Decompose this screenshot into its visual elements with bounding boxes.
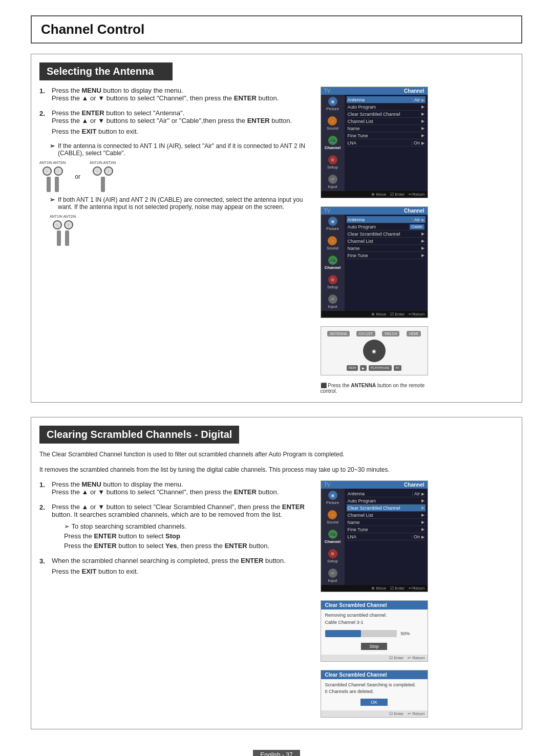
tv-menu-3-title: TV Channel	[321, 481, 428, 489]
picture2-icon: ▣	[328, 217, 337, 226]
popup1-footer-return: ↩ Return	[408, 656, 424, 660]
section1-col-right: TV Channel ▣ Picture ♪ Sound 📺	[321, 87, 514, 394]
step2-row: 2. Press the ENTER button to select "Ant…	[39, 109, 310, 135]
popup1-progress-bar	[325, 630, 361, 637]
ant-cables1	[47, 177, 59, 192]
sidebar2-sound: ♪ Sound	[327, 236, 338, 250]
step2-line1: Press the ENTER button to select "Antenn…	[52, 109, 310, 117]
channel3-icon: 📺	[328, 530, 337, 539]
popup2-ok-btn[interactable]: OK	[360, 699, 388, 706]
popup1-box: Clear Scrambled Channel Removing scrambl…	[321, 600, 428, 662]
popup1-progress-row: 50%	[325, 628, 423, 639]
s2-step2-line1: Press the ▲ or ▼ button to select "Clear…	[52, 503, 310, 518]
s2-yes-bold: Yes	[165, 542, 177, 550]
section2-heading: Clearing Scrambled Channels - Digital	[39, 426, 239, 444]
ant-label-top2: ANT1IN ANT2IN	[90, 161, 116, 164]
sidebar3-input: ⏎ Input	[328, 569, 337, 583]
input3-icon: ⏎	[328, 569, 337, 578]
ant-port1a: ○	[42, 166, 52, 176]
section2-col-left: 1. Press the MENU button to display the …	[39, 480, 310, 721]
sidebar3-sound: ♪ Sound	[327, 510, 338, 524]
note2-arrow: ➢	[50, 196, 55, 211]
menu1-autoprog-row: Auto Program▶	[347, 103, 426, 111]
section1-heading: Selecting the Antenna	[39, 62, 173, 80]
ant-cable1b	[55, 177, 59, 192]
menu1-channellist-row: Channel List▶	[347, 118, 426, 125]
menu2-channellist-row: Channel List▶	[347, 238, 426, 245]
play-btn: ▶	[360, 365, 367, 371]
s2-step1-num: 1.	[39, 481, 49, 489]
s2-note-stop1: Press the ENTER button to select Stop	[64, 532, 310, 540]
playpause-btn: PLAY/PAUSE	[369, 365, 391, 371]
menu3-channellist-row: Channel List▶	[347, 512, 426, 519]
ant-ports-both: ○ ○	[53, 220, 73, 229]
section1-header-row: Selecting the Antenna	[39, 62, 514, 80]
popup2-footer-enter: ☑ Enter	[389, 711, 403, 716]
favch-btn: FAV.CH	[382, 331, 399, 337]
ant-port-both-b: ○	[64, 220, 73, 229]
section2-col-right: TV Channel ▣ Picture ♪ Sound 📺	[321, 480, 514, 721]
remote-caption-icon: ⬛	[321, 383, 327, 388]
ant-ports2: ○ ○	[93, 166, 113, 176]
menu1-name-row: Name▶	[347, 125, 426, 132]
setup2-icon: ⚙	[328, 275, 337, 284]
s2-exit-bold: EXIT	[82, 568, 97, 575]
page-title: Channel Control	[41, 22, 512, 37]
note1-arrow: ➢	[50, 142, 55, 157]
popup1-stop-btn[interactable]: Stop	[361, 643, 387, 650]
rew-btn: REW	[347, 365, 358, 371]
sound2-icon: ♪	[328, 236, 337, 245]
remote-dpad: ◉	[356, 340, 392, 362]
chlist-btn: CH LIST	[356, 331, 375, 337]
note1: ➢ If the antenna is connected to ANT 1 I…	[50, 142, 310, 157]
main-title-box: Channel Control	[31, 15, 522, 44]
s2-note-stop: ➢ To stop searching scrambled channels.	[64, 522, 310, 530]
remote-mid-row: ◉	[325, 340, 423, 362]
cable-badge: Cable	[410, 224, 424, 229]
ant-port2b: ○	[104, 166, 113, 176]
ant-connector-2: ANT1IN ANT2IN ○ ○	[90, 161, 116, 192]
ant-label-top1: ANT1IN ANT2IN	[39, 161, 66, 164]
section2-border: Clearing Scrambled Channels - Digital Th…	[31, 417, 522, 729]
popup1-stop-btn-wrapper: Stop	[325, 641, 423, 652]
page-footer-badge: English - 37	[253, 750, 300, 756]
step2-exit-bold: EXIT	[82, 128, 97, 135]
ant-port1b: ○	[54, 166, 63, 176]
ant-cables-both	[57, 230, 69, 246]
menu2-name-row: Name▶	[347, 245, 426, 252]
ant-cable2a	[101, 177, 105, 192]
ant-connector-1: ANT1IN ANT2IN ○ ○	[39, 161, 66, 192]
footer2-return: ↩Return	[409, 312, 424, 317]
s2-enter-bold5: ENTER	[225, 542, 247, 550]
menu1-lna-row: LNA: On ▶	[347, 139, 426, 146]
popup2-footer-return: ↩ Return	[408, 711, 424, 716]
picture3-icon: ▣	[328, 491, 337, 500]
remote-transport: REW ▶ PLAY/PAUSE FF	[325, 365, 423, 371]
sidebar3-channel: 📺 Channel	[325, 530, 341, 544]
sidebar2-channel: 📺 Channel	[325, 256, 341, 270]
tv-menu-2: TV Channel ▣ Picture ♪ Sound 📺	[321, 206, 428, 318]
picture-icon: ▣	[328, 97, 337, 106]
intro2: It removes the scrambled channels from t…	[39, 465, 514, 474]
menu2-autoprog-row: Auto Program Cable	[347, 223, 426, 230]
s2-enter-bold3: ENTER	[94, 532, 117, 540]
s2-note-stop2: Press the ENTER button to select Yes, th…	[64, 542, 310, 550]
tv-menu-3-content: Antenna: Air ▶ Auto Program▶ Clear Scram…	[345, 489, 428, 585]
popup2-ok-btn-wrapper: OK	[325, 697, 423, 707]
step1-text: Press the MENU button to display the men…	[52, 87, 310, 102]
tv-menu-2-footer: ⊕ Move ☑ Enter ↩Return	[321, 311, 428, 318]
ant-cable-both-b	[65, 230, 69, 246]
popup2-box: Clear Scrambled Channel Scrambled Channe…	[321, 670, 428, 718]
footer-enter: ☑ Enter	[390, 192, 405, 197]
menu1-finetune-row: Fine Tune▶	[347, 132, 426, 139]
remote-top-row: ANTENNA CH LIST FAV.CH HDMI	[325, 331, 423, 337]
s2-enter-bold4: ENTER	[94, 542, 117, 550]
step2-enter-bold2: ENTER	[247, 117, 270, 124]
section2-header-row: Clearing Scrambled Channels - Digital	[39, 426, 514, 444]
s2-step3-line2: Press the EXIT button to exit.	[52, 568, 310, 575]
popup1-body: Removing scrambled channel. Cable Channe…	[321, 610, 428, 655]
ant-port-both-a: ○	[53, 220, 62, 229]
ant-ports1: ○ ○	[42, 166, 63, 176]
channel2-icon: 📺	[328, 256, 337, 265]
tv-menu-1: TV Channel ▣ Picture ♪ Sound 📺	[321, 87, 428, 198]
